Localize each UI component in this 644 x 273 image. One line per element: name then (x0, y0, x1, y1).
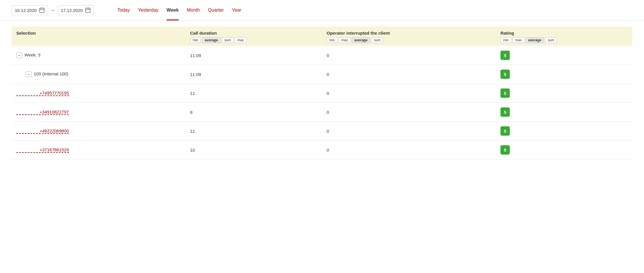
cell-call-duration: 11.09 (185, 65, 322, 84)
th-selection: Selection (12, 26, 185, 46)
rating-badge: 5 (500, 70, 510, 79)
period-nav: Today Yesterday Week Month Quarter Year (117, 8, 241, 13)
call-dur-max-btn[interactable]: max (235, 37, 247, 43)
table-row: +482220698001105 (12, 122, 632, 141)
cell-rating: 5 (496, 141, 632, 159)
cell-selection: −Week: 3 (12, 46, 185, 65)
date-from-input[interactable]: 10.12.2020 (12, 5, 48, 15)
op-max-btn[interactable]: max (339, 37, 351, 43)
period-month[interactable]: Month (187, 8, 200, 13)
cell-rating: 5 (496, 65, 632, 84)
cell-call-duration: 11 (185, 84, 322, 103)
cell-selection: +37167881529 (12, 141, 185, 159)
cell-call-duration: 11 (185, 122, 322, 141)
phone-link[interactable]: +37167881529 (16, 147, 69, 153)
table-header-row: Selection Call duration min average sum … (12, 26, 632, 46)
cell-call-duration: 10 (185, 141, 322, 159)
cell-operator: 0 (322, 141, 496, 159)
th-call-duration: Call duration min average sum max (185, 26, 322, 46)
cell-selection: −100 (Internal 100) (12, 65, 185, 84)
rating-max-btn[interactable]: max (512, 37, 524, 43)
period-today[interactable]: Today (117, 8, 130, 13)
cell-rating: 5 (496, 84, 632, 103)
date-to-value: 17.12.2020 (61, 8, 83, 13)
rating-badge: 5 (500, 107, 510, 117)
op-min-btn[interactable]: min (327, 37, 337, 43)
rating-badge: 5 (500, 145, 510, 155)
cell-selection: +34910822797 (12, 103, 185, 122)
cell-selection: +48222069800 (12, 122, 185, 141)
operator-buttons: min max average sum (327, 37, 491, 43)
cell-operator: 0 (322, 65, 496, 84)
date-range: 10.12.2020 – 17.12.2020 (12, 5, 94, 15)
cell-rating: 5 (496, 46, 632, 65)
call-dur-min-btn[interactable]: min (190, 37, 201, 43)
phone-link[interactable]: +74957770195 (16, 91, 69, 96)
rating-badge: 5 (500, 126, 510, 136)
cell-operator: 0 (322, 84, 496, 103)
week-label: Week: 3 (24, 52, 40, 57)
table-row: +34910822797805 (12, 103, 632, 122)
rating-average-btn[interactable]: average (526, 37, 544, 43)
cell-call-duration: 11.09 (185, 46, 322, 65)
top-bar: 10.12.2020 – 17.12.2020 Today Yesterday … (0, 0, 644, 15)
date-from-value: 10.12.2020 (15, 8, 37, 13)
cell-operator: 0 (322, 46, 496, 65)
calendar-from-icon[interactable] (39, 7, 45, 13)
period-yesterday[interactable]: Yesterday (138, 8, 159, 13)
op-average-btn[interactable]: average (352, 37, 370, 43)
rating-badge: 5 (500, 88, 510, 98)
phone-link[interactable]: +48222069800 (16, 128, 69, 134)
phone-link[interactable]: +34910822797 (16, 109, 69, 115)
call-duration-buttons: min average sum max (190, 37, 317, 43)
table-row: +749577701951105 (12, 84, 632, 103)
date-separator: – (50, 8, 55, 13)
cell-rating: 5 (496, 122, 632, 141)
table-body: −Week: 311.0905−100 (Internal 100)11.090… (12, 46, 632, 159)
table-row: +371678815291005 (12, 141, 632, 159)
cell-operator: 0 (322, 103, 496, 122)
main-table: Selection Call duration min average sum … (12, 26, 632, 159)
op-sum-btn[interactable]: sum (371, 37, 383, 43)
rating-buttons: min max average sum (500, 37, 628, 43)
cell-call-duration: 8 (185, 103, 322, 122)
calendar-to-icon[interactable] (85, 7, 91, 13)
call-dur-average-btn[interactable]: average (202, 37, 220, 43)
svg-rect-4 (86, 8, 90, 13)
rating-min-btn[interactable]: min (500, 37, 511, 43)
period-year[interactable]: Year (232, 8, 241, 13)
cell-selection: +74957770195 (12, 84, 185, 103)
th-operator: Operator interrupted the client min max … (322, 26, 496, 46)
collapse-button[interactable]: − (26, 71, 31, 77)
table-row: −100 (Internal 100)11.0905 (12, 65, 632, 84)
cell-rating: 5 (496, 103, 632, 122)
call-dur-sum-btn[interactable]: sum (222, 37, 234, 43)
rating-sum-btn[interactable]: sum (545, 37, 557, 43)
period-week[interactable]: Week (167, 8, 179, 13)
internal-label: 100 (Internal 100) (34, 71, 68, 76)
cell-operator: 0 (322, 122, 496, 141)
table-container: Selection Call duration min average sum … (0, 21, 644, 159)
collapse-button[interactable]: − (16, 52, 22, 58)
svg-rect-0 (40, 8, 44, 13)
rating-badge: 5 (500, 51, 510, 60)
period-quarter[interactable]: Quarter (208, 8, 224, 13)
th-rating: Rating min max average sum (496, 26, 632, 46)
date-to-input[interactable]: 17.12.2020 (58, 5, 94, 15)
table-row: −Week: 311.0905 (12, 46, 632, 65)
